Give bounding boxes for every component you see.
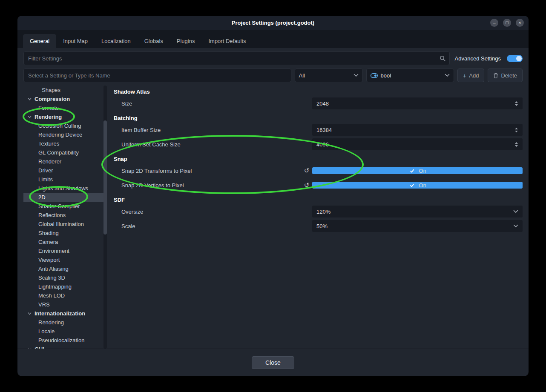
checkbox-field[interactable]: On [312,182,523,189]
sidebar-item-rendering-device[interactable]: Rendering Device [23,130,107,139]
chevron-down-icon [353,74,359,77]
field-value: 4096 [316,141,329,148]
sidebar-item-label: Limits [38,176,53,183]
chevron-down-icon [445,74,450,77]
sidebar-item-rendering[interactable]: Rendering [23,112,107,121]
titlebar: Project Settings (project.godot) – □ × [17,16,529,30]
sidebar-item-label: Compression [34,96,70,102]
sidebar-item-driver[interactable]: Driver [23,166,107,175]
minimize-button[interactable]: – [490,19,498,27]
bool-type-icon [371,73,378,78]
sidebar-item-scaling-3d[interactable]: Scaling 3D [23,273,107,282]
sidebar-item-shapes[interactable]: Shapes [23,86,107,94]
maximize-button[interactable]: □ [503,19,511,27]
chevron-down-icon[interactable] [513,224,518,228]
checkbox-field[interactable]: On [312,167,523,174]
sidebar-item-vrs[interactable]: VRS [23,300,107,309]
sidebar-item-label: Scaling 3D [38,275,65,281]
sidebar-item-renderer[interactable]: Renderer [23,157,107,166]
tab-plugins[interactable]: Plugins [170,34,202,48]
spin-field[interactable]: 16384 [312,124,523,136]
trash-icon [493,73,498,78]
checkbox-checked[interactable] [408,182,415,189]
dropdown-field[interactable]: 50% [312,220,523,232]
spin-field[interactable]: 4096 [312,138,523,150]
sidebar-item-occlusion-culling[interactable]: Occlusion Culling [23,121,107,130]
property-label: Scale [111,223,312,229]
tab-input-map[interactable]: Input Map [56,34,95,48]
checkbox-state-label: On [419,168,426,174]
checkbox-checked[interactable] [408,167,415,174]
delete-button[interactable]: Delete [488,69,523,82]
spin-field[interactable]: 2048 [312,97,523,109]
chevron-down-icon[interactable] [27,311,33,316]
sidebar-item-lightmapping[interactable]: Lightmapping [23,282,107,291]
sidebar-item-label: Rendering [38,319,64,326]
section-header-snap: Snap [111,153,523,165]
chevron-down-icon[interactable] [513,210,518,213]
sidebar-item-shading[interactable]: Shading [23,229,107,237]
filter-row: Advanced Settings [23,52,523,65]
sidebar-item-pseudolocalization[interactable]: Pseudolocalization [23,336,107,345]
chevron-down-icon[interactable] [27,97,33,101]
sidebar-item-label: Occlusion Culling [38,123,81,129]
sidebar-item-label: Renderer [38,158,61,165]
tab-general[interactable]: General [23,34,56,48]
sidebar-item-label: Shading [38,230,59,236]
sidebar-item-label: Anti Aliasing [38,266,69,272]
sidebar-item-mesh-lod[interactable]: Mesh LOD [23,291,107,300]
sidebar-item-formats[interactable]: Formats [23,103,107,112]
filter-settings-input[interactable] [24,52,440,65]
category-dropdown[interactable]: All [295,69,363,82]
scrollbar-thumb[interactable] [103,120,107,235]
tab-globals[interactable]: Globals [138,34,170,48]
updown-spinner-icon[interactable] [514,142,518,147]
advanced-settings-toggle[interactable] [507,55,523,62]
sidebar-item-label: Camera [38,239,58,245]
sidebar-item-global-illumination[interactable]: Global Illumination [23,220,107,229]
tab-import-defaults[interactable]: Import Defaults [201,34,253,48]
chevron-down-icon[interactable] [27,347,33,349]
type-dropdown[interactable]: bool [366,69,454,82]
sidebar-item-lights-and-shadows[interactable]: Lights and Shadows [23,184,107,193]
property-row-oversize: Oversize120% [111,206,523,217]
dropdown-field[interactable]: 120% [312,206,523,217]
sidebar-item-viewport[interactable]: Viewport [23,255,107,264]
sidebar-item-gl-compatibility[interactable]: GL Compatibility [23,148,107,157]
sidebar-item-textures[interactable]: Textures [23,139,107,148]
setting-name-field[interactable] [23,69,291,82]
settings-tree: ShapesCompressionFormatsRenderingOcclusi… [23,86,107,349]
close-window-button[interactable]: × [516,19,524,27]
add-button[interactable]: + Add [457,69,485,82]
sidebar-item-internationalization[interactable]: Internationalization [23,309,107,318]
sidebar-item-anti-aliasing[interactable]: Anti Aliasing [23,264,107,273]
window-title: Project Settings (project.godot) [232,20,314,26]
field-value: 120% [316,209,330,215]
property-label: Snap 2D Transforms to Pixel [111,168,301,174]
updown-spinner-icon[interactable] [514,101,518,106]
sidebar-item-shader-compiler[interactable]: Shader Compiler [23,202,107,211]
sidebar-item-gui[interactable]: GUI [23,345,107,349]
sidebar-item-environment[interactable]: Environment [23,246,107,255]
property-label: Oversize [111,209,312,215]
sidebar-item-2d[interactable]: 2D [23,193,107,202]
sidebar-item-reflections[interactable]: Reflections [23,211,107,220]
advanced-settings-label: Advanced Settings [455,55,501,62]
filter-settings-field[interactable] [23,52,450,65]
sidebar-item-camera[interactable]: Camera [23,237,107,246]
tab-localization[interactable]: Localization [95,34,138,48]
sidebar-item-label: Pseudolocalization [38,337,84,343]
property-label: Item Buffer Size [111,127,312,133]
sidebar-scrollbar[interactable] [103,86,107,349]
sidebar-item-limits[interactable]: Limits [23,175,107,184]
sidebar-item-locale[interactable]: Locale [23,327,107,336]
setting-name-input[interactable] [24,69,291,82]
close-button[interactable]: Close [252,356,294,369]
revert-icon[interactable]: ↺ [301,167,312,175]
updown-spinner-icon[interactable] [514,127,518,133]
sidebar-item-rendering[interactable]: Rendering [23,318,107,327]
chevron-down-icon[interactable] [27,114,33,119]
type-value: bool [381,72,391,79]
revert-icon[interactable]: ↺ [301,181,312,189]
sidebar-item-compression[interactable]: Compression [23,94,107,103]
